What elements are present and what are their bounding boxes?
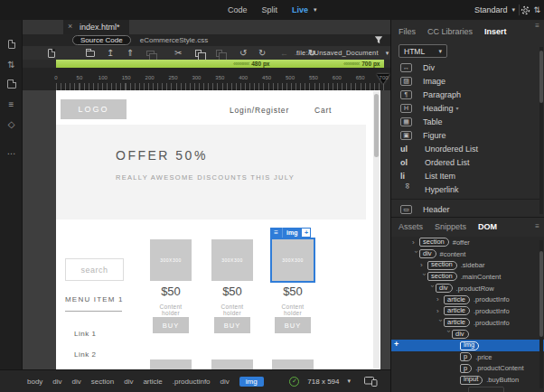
dom-tag-pill[interactable]: article <box>444 306 470 315</box>
element-add-icon[interactable]: + <box>301 228 311 238</box>
collapse-arrow-icon[interactable]: › <box>436 319 445 326</box>
product-image-placeholder[interactable]: 300X300 <box>211 239 253 281</box>
element-tag-label[interactable]: img <box>282 228 301 238</box>
dom-tag-pill[interactable]: section <box>419 238 449 247</box>
page-scrollbar[interactable] <box>373 91 380 369</box>
dom-row-p-productContent[interactable]: p.productContent <box>391 363 544 375</box>
tag-selector-item[interactable]: .productinfo <box>173 378 211 386</box>
dom-tag-pill[interactable]: div <box>436 284 453 293</box>
tag-selector-item[interactable]: body <box>27 378 42 386</box>
dom-tag-pill[interactable]: section <box>427 272 457 281</box>
page-scrollbar-thumb[interactable] <box>374 94 379 157</box>
tag-selector-item[interactable]: section <box>91 378 114 386</box>
collapse-arrow-icon[interactable]: › <box>428 285 436 292</box>
collapse-arrow-icon[interactable]: › <box>445 331 453 338</box>
cart-link[interactable]: Cart <box>314 106 332 115</box>
panel-tab-assets[interactable]: Assets <box>399 222 423 231</box>
workspace-switcher[interactable]: Standard ▾ <box>474 0 515 20</box>
insert-item-table[interactable]: ▦Table <box>391 115 539 128</box>
dom-row-p-price[interactable]: p.price <box>391 351 544 363</box>
login-register-link[interactable]: Login/Register <box>230 106 289 115</box>
dom-row-section-sidebar[interactable]: ›section.sidebar <box>391 259 544 271</box>
files-panel-icon[interactable] <box>0 34 23 54</box>
buy-button[interactable]: BUY <box>275 317 311 333</box>
breakpoint-marker[interactable]: «««««700 px <box>343 60 380 68</box>
css-designer-panel-icon[interactable] <box>0 74 23 94</box>
dom-row-section-offer[interactable]: ›section#offer <box>391 237 544 248</box>
dom-row-section-mainContent[interactable]: ›section.mainContent <box>391 271 544 283</box>
expand-arrow-icon[interactable]: › <box>436 295 444 303</box>
insert-item-paragraph[interactable]: ¶Paragraph <box>391 88 539 101</box>
cut-icon[interactable]: ✂ <box>174 46 182 60</box>
insert-item-heading[interactable]: HHeading▾ <box>391 101 539 115</box>
tag-selector-item[interactable]: div <box>52 378 61 386</box>
menu-link-2[interactable]: Link 2 <box>74 350 96 359</box>
tag-selector-item[interactable]: article <box>143 378 162 386</box>
dom-scrollbar[interactable] <box>539 240 543 388</box>
insert-item-hyperlink[interactable]: ∞Hyperlink <box>391 182 539 196</box>
product-image-placeholder[interactable]: 300X300 <box>150 239 192 281</box>
put-file-icon[interactable]: ↥ <box>107 46 114 60</box>
live-view-button[interactable]: Live <box>292 5 308 14</box>
search-input[interactable]: search <box>65 258 124 281</box>
collapse-arrow-icon[interactable]: › <box>420 273 428 280</box>
dom-panel-icon[interactable]: ◇ <box>0 114 23 134</box>
dom-tag-pill[interactable]: img <box>460 341 479 350</box>
element-hamburger-icon[interactable]: ≡ <box>270 228 282 238</box>
insert-item-image[interactable]: ▨Image <box>391 74 539 88</box>
device-preview-icon[interactable] <box>364 377 378 387</box>
dom-tag-pill[interactable]: div <box>452 330 469 339</box>
tag-selector-item[interactable]: div <box>72 378 81 386</box>
dom-row-div-productRow[interactable]: ›div.productRow <box>391 283 544 294</box>
related-css-file[interactable]: eCommerceStyle.css <box>140 36 209 44</box>
panel-tab-snippets[interactable]: Snippets <box>435 222 466 231</box>
close-tab-icon[interactable]: × <box>68 22 72 31</box>
insert-category-select[interactable]: HTML ▾ <box>399 44 447 58</box>
code-view-button[interactable]: Code <box>228 5 248 14</box>
split-view-button[interactable]: Split <box>262 5 278 14</box>
sync-arrows-icon[interactable]: ⇅ <box>533 5 540 14</box>
expand-arrow-icon[interactable]: › <box>420 261 427 269</box>
redo-icon[interactable]: ↻ <box>258 46 266 60</box>
heading-dropdown-icon[interactable]: ▾ <box>456 105 459 111</box>
dom-tag-pill[interactable]: section <box>427 261 457 270</box>
responsive-size-bar[interactable]: «««««480 px«««««700 px <box>56 60 384 68</box>
dom-row-img[interactable]: +img <box>391 340 544 351</box>
preferences-gear-icon[interactable] <box>521 5 530 15</box>
copy-icon[interactable] <box>195 46 202 60</box>
insert-item-div[interactable]: ↔Div <box>391 61 539 74</box>
dom-tag-pill[interactable]: p <box>460 364 472 373</box>
insert-item-list-item[interactable]: liList Item <box>391 169 539 182</box>
dom-tag-pill[interactable]: input <box>460 376 483 385</box>
more-panels-icon[interactable]: … <box>0 141 23 161</box>
dom-row-div-content[interactable]: ›div#content <box>391 248 544 260</box>
tag-selector-item-selected[interactable]: img <box>239 377 264 387</box>
menu-link-1[interactable]: Link 1 <box>74 330 96 338</box>
tag-selector-item[interactable]: div <box>124 378 133 386</box>
insert-scrollbar[interactable] <box>539 47 543 214</box>
panel-tab-files[interactable]: Files <box>399 27 416 36</box>
cc-libraries-panel-icon[interactable]: ⇅ <box>0 54 23 74</box>
buy-button[interactable]: BUY <box>153 317 189 333</box>
insert-item-header[interactable]: ▭Header <box>391 202 539 216</box>
dom-row-article-productInfo[interactable]: ›article.productInfo <box>391 294 544 305</box>
dom-row-article-productInfo[interactable]: ›article.productInfo <box>391 317 544 329</box>
undo-icon[interactable]: ↺ <box>239 46 247 60</box>
open-folder-icon[interactable] <box>86 46 95 60</box>
buy-button[interactable]: BUY <box>214 317 250 333</box>
panel-tab-insert[interactable]: Insert <box>484 27 507 36</box>
dom-panel-menu-icon[interactable]: ≡ <box>535 222 539 230</box>
expand-arrow-icon[interactable]: › <box>412 238 419 247</box>
dom-add-element-icon[interactable]: + <box>394 340 399 349</box>
dom-row-input-buyButton[interactable]: input.buyButton <box>391 374 544 386</box>
panel-tab-dom[interactable]: DOM <box>478 222 497 231</box>
dom-tag-pill[interactable]: article <box>444 318 470 327</box>
window-size-dropdown-icon[interactable]: ▾ <box>347 378 351 385</box>
document-tab[interactable]: × index.html* <box>63 20 129 34</box>
live-view-dropdown-icon[interactable]: ▾ <box>314 6 317 14</box>
dom-row-div[interactable]: ›div <box>391 329 544 341</box>
new-file-icon[interactable] <box>48 46 55 60</box>
insert-item-figure[interactable]: ▣Figure <box>391 128 539 142</box>
window-size-value[interactable]: 718 x 594 <box>307 378 339 386</box>
tag-selector-item[interactable]: div <box>220 378 230 386</box>
